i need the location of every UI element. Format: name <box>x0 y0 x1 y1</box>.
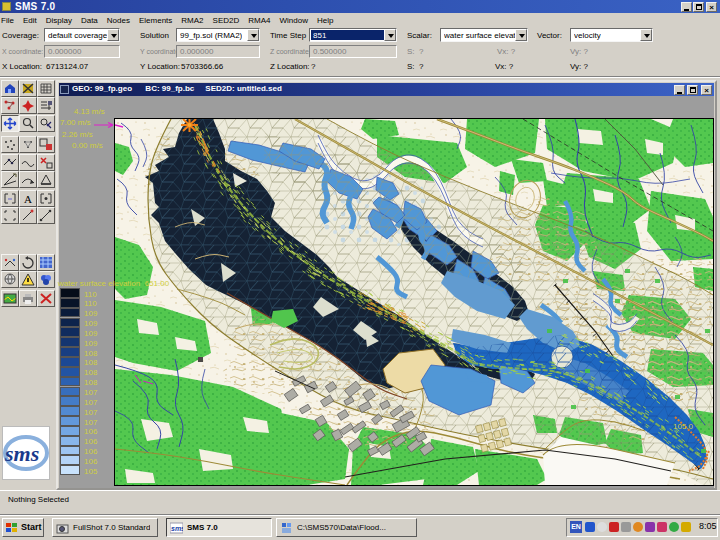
svg-text:105.0: 105.0 <box>673 422 694 431</box>
svg-text:A: A <box>24 193 32 205</box>
svg-text:sms: sms <box>171 525 183 532</box>
svg-text:sms: sms <box>4 441 39 466</box>
